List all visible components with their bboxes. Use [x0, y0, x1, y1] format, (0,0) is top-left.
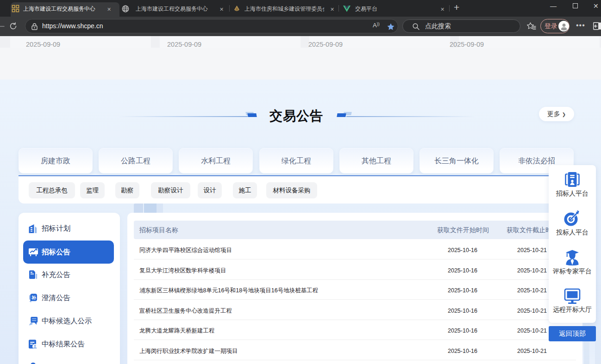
svg-text:补: 补: [31, 295, 37, 300]
